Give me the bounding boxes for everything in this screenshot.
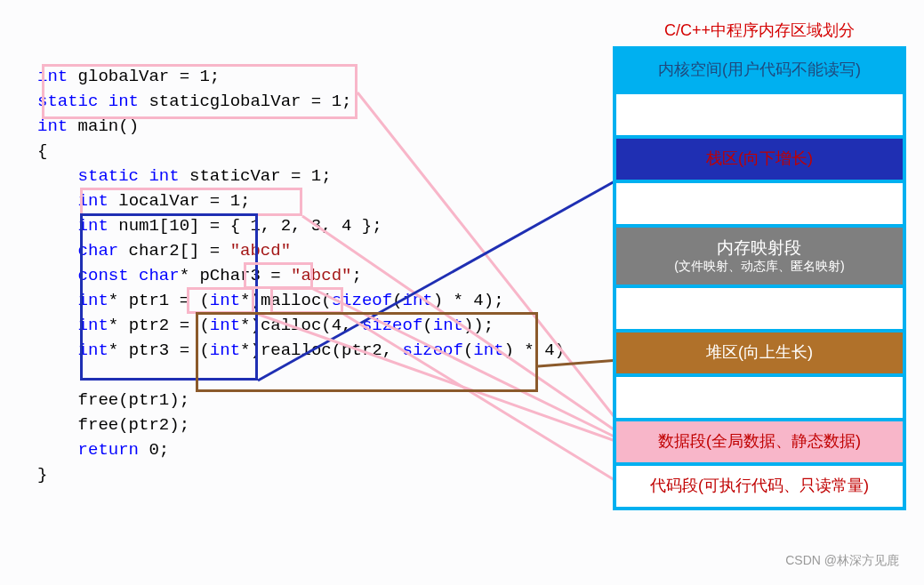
diagram-title: C/C++中程序内存区域划分 xyxy=(613,20,906,41)
memory-row-1 xyxy=(616,94,903,139)
diagram-stage: C/C++中程序内存区域划分 int globalVar = 1; static… xyxy=(11,11,913,574)
memory-row-0: 内核空间(用户代码不能读写) xyxy=(616,50,903,94)
memory-row-3 xyxy=(616,183,903,228)
memory-table: 内核空间(用户代码不能读写)栈区(向下增长)内存映射段(文件映射、动态库、匿名映… xyxy=(613,46,906,510)
memory-row-2: 栈区(向下增长) xyxy=(616,139,903,183)
code-panel: int globalVar = 1; static int staticglob… xyxy=(37,64,553,487)
watermark: CSDN @林深方见鹿 xyxy=(785,553,899,569)
memory-row-8: 数据段(全局数据、静态数据) xyxy=(616,421,903,466)
memory-row-7 xyxy=(616,377,903,421)
memory-row-4: 内存映射段(文件映射、动态库、匿名映射) xyxy=(616,228,903,288)
memory-row-5 xyxy=(616,288,903,333)
memory-layout-column: 内核空间(用户代码不能读写)栈区(向下增长)内存映射段(文件映射、动态库、匿名映… xyxy=(613,46,906,510)
memory-row-9: 代码段(可执行代码、只读常量) xyxy=(616,466,903,507)
memory-row-6: 堆区(向上生长) xyxy=(616,333,903,377)
